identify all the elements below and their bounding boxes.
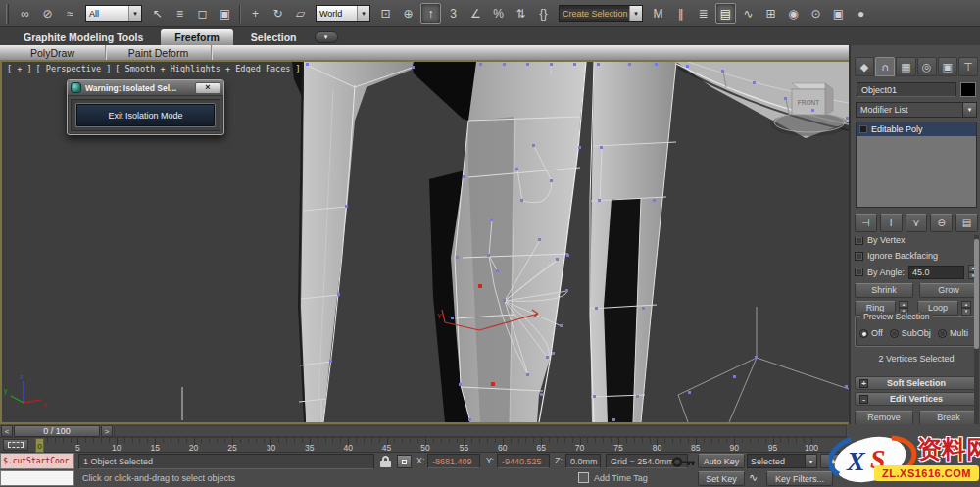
curve-editor-icon[interactable]: ∿	[738, 3, 759, 24]
z-coord-input[interactable]: 0.0mm	[565, 454, 601, 468]
preview-subobj-radio[interactable]	[890, 329, 899, 338]
modifier-list-select[interactable]: Modifier List ▾	[856, 102, 977, 118]
reference-coordinate-system-select[interactable]: World▾	[316, 5, 370, 22]
spinner-snap-toggle-icon[interactable]: ⇅	[511, 3, 531, 24]
render-setup-icon[interactable]: ⊙	[806, 3, 826, 24]
mirror-icon[interactable]: M	[648, 3, 668, 24]
ignore-backfacing-checkbox[interactable]	[855, 252, 863, 261]
select-and-rotate-icon[interactable]: ↻	[268, 3, 288, 24]
next-frame-icon[interactable]: >	[101, 425, 113, 437]
rendered-frame-window-icon[interactable]: ▣	[828, 3, 849, 24]
remove-modifier-icon[interactable]: ⊖	[930, 214, 953, 232]
edit-named-selection-sets-icon[interactable]: {}	[533, 3, 554, 24]
edit-vertices-rollout-header[interactable]: - Edit Vertices	[855, 392, 978, 406]
set-key-button[interactable]: Set Key	[698, 471, 745, 486]
render-production-icon[interactable]: ●	[851, 3, 871, 24]
selection-lock-icon[interactable]	[379, 456, 392, 467]
track-bar[interactable]	[114, 425, 847, 437]
go-to-start-icon[interactable]: ◀◀	[820, 454, 846, 468]
percent-snap-toggle-icon[interactable]: %	[488, 3, 509, 24]
add-time-tag[interactable]: Add Time Tag	[594, 473, 648, 483]
timeline-ruler[interactable]: 5101520253035404550556065707580859095100…	[0, 438, 849, 453]
close-icon[interactable]: ×	[195, 82, 220, 94]
x-coord-input[interactable]: -8681.409	[427, 454, 480, 468]
previous-frame-icon[interactable]: <	[1, 425, 13, 437]
break-button[interactable]: Break	[919, 411, 978, 425]
select-and-manipulate-icon[interactable]: ⊕	[398, 3, 418, 24]
auto-key-button[interactable]: Auto Key	[698, 454, 745, 468]
ribbon-tab-graphite-modeling-tools[interactable]: Graphite Modeling Tools	[10, 29, 157, 45]
selection-filter-select[interactable]: All▾	[85, 5, 142, 22]
loop-spinner[interactable]: ▴ ▾	[961, 301, 971, 316]
by-angle-checkbox[interactable]	[855, 268, 863, 276]
key-filters-button[interactable]: Key Filters...	[766, 471, 833, 486]
schematic-view-icon[interactable]: ⊞	[760, 3, 781, 24]
dialog-titlebar[interactable]: Warning: Isolated Sel... ×	[68, 80, 223, 96]
spinner-up-icon[interactable]: ▴	[961, 301, 971, 309]
remove-button[interactable]: Remove	[855, 411, 913, 425]
utilities-tab[interactable]: ⊤	[958, 57, 978, 76]
grow-button[interactable]: Grow	[919, 283, 978, 298]
select-and-move-icon[interactable]: +	[245, 3, 266, 24]
viewport-shading-menu[interactable]: [ Smooth + Highlights + Edged Faces ]	[115, 64, 300, 73]
time-slider[interactable]: 0 / 100	[14, 425, 100, 437]
configure-modifier-sets-icon[interactable]: ▤	[956, 214, 978, 232]
material-editor-icon[interactable]: ◉	[783, 3, 804, 24]
rectangular-selection-region-icon[interactable]: ◻	[192, 3, 213, 24]
ribbon-tab-freeform[interactable]: Freeform	[161, 29, 233, 45]
preview-multi-radio[interactable]	[938, 329, 947, 338]
hierarchy-tab[interactable]: ▦	[896, 57, 915, 76]
select-and-link-icon[interactable]: ∞	[15, 3, 35, 24]
named-selection-sets-select[interactable]: Create Selection Se▾	[559, 5, 643, 22]
shrink-button[interactable]: Shrink	[855, 283, 913, 298]
motion-tab[interactable]: ◎	[917, 57, 937, 76]
maxscript-listener-line2[interactable]	[0, 470, 74, 486]
tab-polydraw[interactable]: PolyDraw	[0, 45, 106, 60]
bind-to-space-warp-icon[interactable]: ≈	[60, 3, 80, 24]
modify-tab[interactable]: ∩	[875, 57, 895, 76]
display-tab[interactable]: ▣	[938, 57, 957, 76]
select-by-name-icon[interactable]: ≡	[170, 3, 190, 24]
graphite-ribbon-toggle-icon[interactable]: ▤	[715, 3, 736, 24]
show-end-result-icon[interactable]: I	[880, 214, 903, 232]
perspective-viewport[interactable]: FRONT Y	[0, 60, 851, 424]
expand-icon[interactable]: +	[859, 379, 868, 388]
use-pivot-point-center-icon[interactable]: ⊡	[375, 3, 396, 24]
modifier-stack[interactable]: Editable Poly	[856, 122, 977, 208]
selection-set-select[interactable]: Selected ▾	[747, 454, 817, 468]
ribbon-minimize-icon[interactable]: ▾	[315, 31, 338, 43]
maxscript-mini-listener[interactable]: $.cutStartCoor	[0, 453, 74, 469]
create-tab[interactable]: ◆	[855, 57, 874, 76]
window-crossing-icon[interactable]: ▣	[215, 3, 235, 24]
preview-off-radio[interactable]	[859, 329, 868, 338]
stack-row-editable-poly[interactable]: Editable Poly	[857, 122, 976, 136]
viewport-general-menu[interactable]: [ + ]	[7, 64, 32, 73]
object-name-field[interactable]: Object01	[857, 82, 956, 97]
object-color-swatch[interactable]	[960, 82, 976, 97]
key-mode-curve-icon[interactable]: ∿	[749, 471, 758, 484]
by-angle-input[interactable]: 45.0	[908, 266, 964, 279]
angle-snap-toggle-icon[interactable]: ∠	[466, 3, 486, 24]
collapse-icon[interactable]: -	[859, 395, 868, 404]
current-frame-marker[interactable]: 0	[35, 438, 44, 453]
spinner-up-icon[interactable]: ▴	[899, 301, 908, 309]
select-object-icon[interactable]: ↖	[147, 3, 168, 24]
absolute-mode-toggle-icon[interactable]	[397, 455, 412, 468]
keyboard-override-toggle-icon[interactable]: ↑	[420, 3, 441, 24]
viewport-pov-menu[interactable]: [ Perspective ]	[36, 64, 112, 73]
by-vertex-checkbox[interactable]	[855, 237, 863, 245]
unlink-selection-icon[interactable]: ⊘	[37, 3, 58, 24]
soft-selection-rollout-header[interactable]: + Soft Selection	[855, 376, 978, 390]
y-coord-input[interactable]: -9440.525	[497, 454, 550, 468]
pin-stack-icon[interactable]: ⊣	[855, 214, 877, 232]
make-unique-icon[interactable]: ⋎	[906, 214, 928, 232]
select-and-scale-icon[interactable]: ▱	[290, 3, 311, 24]
snaps-toggle-3d-icon[interactable]: 3	[443, 3, 464, 24]
layer-manager-icon[interactable]: ≣	[693, 3, 713, 24]
toolbar-grip[interactable]	[6, 4, 9, 24]
tab-paint-deform[interactable]: Paint Deform	[106, 45, 212, 60]
exit-isolation-mode-button[interactable]: Exit Isolation Mode	[76, 104, 215, 126]
ribbon-tab-selection[interactable]: Selection	[237, 29, 311, 45]
align-icon[interactable]: ∥	[670, 3, 691, 24]
mini-curve-editor-icon[interactable]	[3, 439, 28, 451]
